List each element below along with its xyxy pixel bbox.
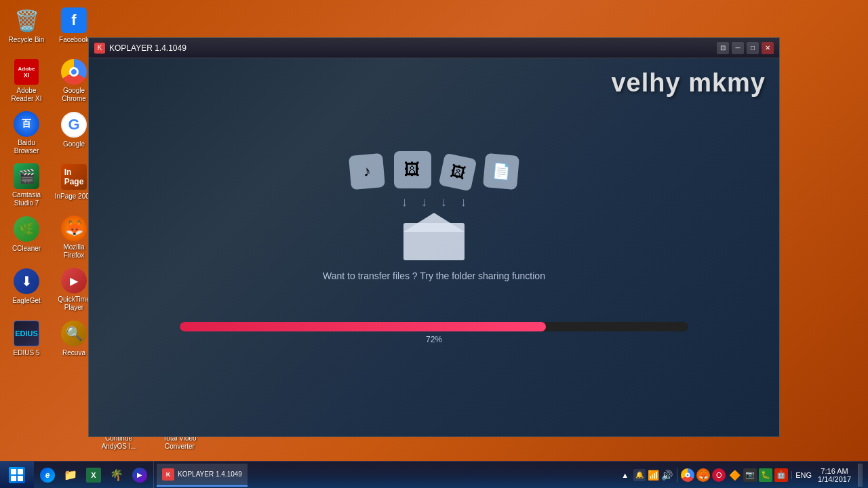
taskbar-ie[interactable]: e [37, 463, 58, 487]
notifications-icon: 🔔 [635, 471, 644, 479]
progress-container: 72% [180, 322, 688, 344]
recycle-bin-label: Recycle Bin [9, 36, 45, 44]
google-icon: G [60, 111, 87, 138]
file-icon-image1: 🖼 [394, 151, 431, 188]
arrow-down-1: ↓ [401, 195, 408, 209]
desktop-icon-baidu[interactable]: 百 Baidu Browser [3, 108, 50, 159]
tray-network-icon[interactable]: 📶 [648, 470, 659, 481]
desktop-icon-edius[interactable]: EDIUS EDIUS 5 [3, 317, 50, 367]
taskbar-right: ▲ 🔔 📶 🔊 🦊 O 🔶 📷 🐛 🤖 [613, 462, 868, 488]
tray-show-hidden[interactable]: ▲ [618, 470, 631, 481]
eagleget-icon: ⬇ [13, 268, 40, 295]
edius-label: EDIUS 5 [14, 349, 40, 357]
desktop-icon-eagleget[interactable]: ⬇ EagleGet [3, 264, 50, 315]
close-button[interactable]: ✕ [762, 42, 774, 54]
desktop-icons-grid: 🗑️ Recycle Bin f Facebook Adobe XI Adobe… [3, 3, 97, 367]
window-title: KOPLAYER 1.4.1049 [109, 43, 713, 53]
camtasia-icon: 🎬 [13, 163, 40, 189]
taskbar-explorer[interactable]: 📁 [60, 463, 81, 487]
taskbar: e 📁 X 🌴 ▶ K KOPLAYER 1.4.1049 [0, 461, 868, 488]
eagleget-label: EagleGet [12, 297, 41, 305]
edius-icon: EDIUS [13, 320, 40, 347]
desktop-icon-recycle-bin[interactable]: 🗑️ Recycle Bin [3, 3, 50, 54]
facebook-icon: f [60, 7, 87, 34]
taskbar-media[interactable]: ▶ [129, 463, 151, 487]
baidu-label: Baidu Browser [5, 139, 47, 155]
quick-vlc-icon[interactable]: 🔶 [728, 468, 741, 482]
taskbar-clock[interactable]: 7:16 AM 1/14/2017 [814, 467, 855, 483]
taskbar-excel[interactable]: X [83, 463, 104, 487]
desktop-icon-camtasia[interactable]: 🎬 Camtasia Studio 7 [3, 160, 50, 211]
maximize-button[interactable]: □ [747, 42, 759, 54]
taskbar-koplayer-item[interactable]: K KOPLAYER 1.4.1049 [157, 464, 248, 487]
tray-volume-icon[interactable]: 🔊 [661, 470, 673, 481]
inbox-icon [403, 213, 465, 260]
koplayer-window: K KOPLAYER 1.4.1049 ⊡ ─ □ ✕ velhy mkmy ♪… [88, 37, 780, 437]
quick-firefox-icon[interactable]: 🦊 [696, 468, 710, 482]
camtasia-label: Camtasia Studio 7 [5, 191, 47, 207]
clock-date: 1/14/2017 [818, 475, 851, 483]
ccleaner-label: CCleaner [12, 245, 41, 253]
recuva-label: Recuva [62, 349, 85, 357]
adobe-reader-label: Adobe Reader XI [5, 87, 47, 103]
restore-button[interactable]: ⊡ [717, 42, 729, 54]
recycle-bin-icon: 🗑️ [13, 7, 40, 34]
progress-bar-background [180, 322, 688, 331]
baidu-icon: 百 [13, 111, 40, 137]
transfer-text: Want to transfer files ? Try the folder … [323, 270, 545, 281]
start-button[interactable] [0, 462, 34, 489]
inpage-icon: InPage [60, 163, 87, 190]
taskbar-palm[interactable]: 🌴 [106, 463, 127, 487]
file-icon-doc: 📄 [483, 152, 519, 189]
adobe-reader-icon: Adobe XI [13, 59, 40, 85]
watermark-text: velhy mkmy [611, 68, 766, 98]
language-indicator: ENG [795, 471, 812, 479]
clock-time: 7:16 AM [821, 467, 848, 475]
google-chrome-icon [60, 59, 87, 85]
quick-cam-icon[interactable]: 📷 [743, 468, 757, 482]
taskbar-koplayer-label: KOPLAYER 1.4.1049 [178, 470, 242, 478]
start-icon [9, 467, 25, 483]
recuva-icon: 🔍 [60, 320, 87, 347]
window-titlebar: K KOPLAYER 1.4.1049 ⊡ ─ □ ✕ [89, 38, 779, 58]
google-label: Google [63, 140, 85, 148]
desktop-icon-adobe-reader[interactable]: Adobe XI Adobe Reader XI [3, 56, 50, 106]
progress-bar-fill [180, 322, 546, 331]
arrow-down-2: ↓ [421, 195, 427, 209]
quick-bug-icon[interactable]: 🐛 [759, 468, 772, 482]
arrows-container: ↓ ↓ ↓ ↓ [401, 195, 467, 209]
transfer-illustration: ♪ 🖼 🖼 📄 ↓ ↓ ↓ ↓ [323, 151, 545, 281]
arrow-down-3: ↓ [441, 195, 447, 209]
firefox-icon: 🦊 [60, 216, 87, 241]
koplayer-title-icon: K [94, 43, 105, 54]
inpage-label: InPage 2009 [55, 192, 94, 201]
koplayer-content: velhy mkmy ♪ 🖼 🖼 📄 ↓ ↓ ↓ ↓ [89, 58, 779, 436]
quick-chrome-icon[interactable] [681, 468, 694, 482]
desktop-icon-ccleaner[interactable]: 🌿 CCleaner [3, 212, 50, 263]
ccleaner-icon: 🌿 [13, 216, 40, 243]
taskbar-koplayer-icon: K [162, 468, 174, 481]
file-icon-music: ♪ [349, 152, 385, 189]
progress-label: 72% [180, 335, 688, 344]
file-icon-image2: 🖼 [439, 152, 477, 191]
window-controls: ⊡ ─ □ ✕ [717, 42, 774, 54]
quick-opera-icon[interactable]: O [712, 468, 726, 482]
tray-icon-notifications[interactable]: 🔔 [633, 469, 646, 481]
quicktime-icon: ▶ [60, 268, 87, 293]
quick-robot-icon[interactable]: 🤖 [774, 468, 788, 482]
arrow-down-4: ↓ [460, 195, 467, 209]
desktop: 🗑️ Recycle Bin f Facebook Adobe XI Adobe… [0, 0, 868, 488]
show-desktop-button[interactable] [859, 464, 863, 487]
minimize-button[interactable]: ─ [732, 42, 744, 54]
facebook-label: Facebook [59, 36, 89, 44]
